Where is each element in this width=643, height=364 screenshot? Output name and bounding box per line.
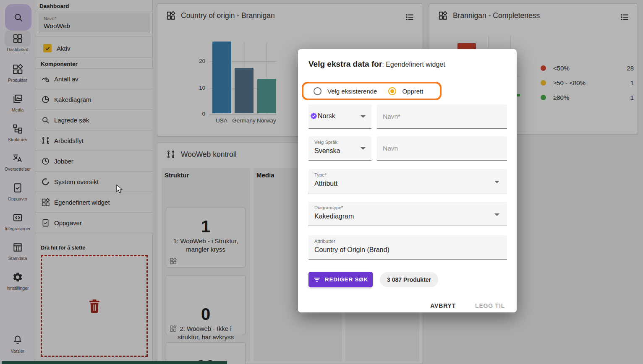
chevron-down-icon — [361, 147, 366, 150]
select-label: Diagramtype* — [314, 205, 343, 210]
name-input-field[interactable] — [383, 104, 487, 128]
select-label: Type* — [314, 172, 327, 177]
language-select[interactable]: Norsk — [308, 104, 371, 129]
edit-search-label: REDIGER SØK — [325, 276, 368, 283]
filter-icon — [313, 276, 321, 283]
type-select[interactable]: Type* Attributt — [308, 169, 507, 193]
verified-badge-icon — [310, 112, 317, 120]
products-count-chip: 3 087 Produkter — [380, 272, 438, 287]
name-input-sv[interactable] — [377, 136, 507, 161]
language2-select[interactable]: Velg Språk Svenska — [308, 136, 371, 161]
edit-search-button[interactable]: REDIGER SØK — [308, 272, 373, 287]
name-input-field[interactable] — [383, 136, 487, 160]
extra-data-dialog: Velg ekstra data for: Egendefinert widge… — [298, 49, 517, 312]
dialog-title: Velg ekstra data for: Egendefinert widge… — [308, 60, 445, 69]
field-label: Attributter — [314, 239, 335, 244]
chevron-down-icon — [361, 115, 366, 118]
select-label: Velg Språk — [314, 140, 337, 145]
select-value: Norsk — [318, 112, 335, 120]
radio-group-highlighted: Velg eksisterende Opprett — [302, 82, 442, 100]
dialog-actions: AVBRYT LEGG TIL — [426, 299, 509, 312]
radio-opprett[interactable] — [388, 87, 396, 95]
mouse-cursor — [116, 185, 124, 194]
app-root: Dashboard Produkter Media Strukturer Ove — [0, 0, 643, 364]
dialog-title-suffix: : Egendefinert widget — [382, 61, 445, 68]
chevron-down-icon — [494, 213, 499, 216]
radio-label[interactable]: Velg eksisterende — [327, 88, 377, 95]
radio-label[interactable]: Opprett — [402, 88, 423, 95]
attributes-field[interactable]: Attributter Country of Origin (Brand) — [308, 235, 507, 260]
cancel-button[interactable]: AVBRYT — [426, 299, 460, 312]
radio-velg-eksisterende[interactable] — [314, 87, 322, 95]
select-value: Svenska — [314, 147, 340, 155]
select-value: Attributt — [314, 180, 337, 187]
add-button[interactable]: LEGG TIL — [471, 299, 509, 312]
select-value: Kakediagram — [314, 213, 354, 220]
name-input-no[interactable] — [377, 104, 507, 129]
diagram-type-select[interactable]: Diagramtype* Kakediagram — [308, 202, 507, 226]
chevron-down-icon — [494, 181, 499, 183]
field-value: Country of Origin (Brand) — [314, 246, 389, 254]
dialog-title-bold: Velg ekstra data for — [308, 60, 382, 68]
